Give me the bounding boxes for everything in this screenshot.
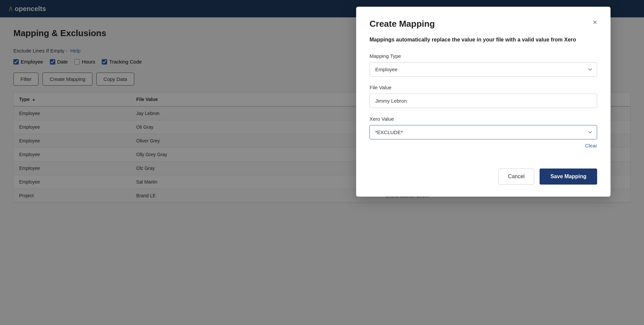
modal-footer: Cancel Save Mapping (370, 162, 597, 185)
file-value-group: File Value (370, 85, 597, 108)
modal-close-button[interactable]: × (593, 19, 597, 26)
mapping-type-select[interactable]: Employee Project Tracking Code (370, 62, 597, 77)
mapping-type-group: Mapping Type Employee Project Tracking C… (370, 53, 597, 77)
file-value-label: File Value (370, 85, 597, 90)
xero-value-group: Xero Value *EXCLUDE* Select... Clear (370, 116, 597, 148)
modal-header: Create Mapping × (370, 19, 597, 29)
xero-value-select[interactable]: *EXCLUDE* Select... (370, 125, 597, 139)
xero-value-label: Xero Value (370, 116, 597, 122)
file-value-input[interactable] (370, 94, 597, 108)
save-mapping-button[interactable]: Save Mapping (540, 169, 597, 185)
modal-title: Create Mapping (370, 19, 435, 29)
clear-link[interactable]: Clear (370, 143, 597, 148)
cancel-button[interactable]: Cancel (498, 169, 535, 185)
modal-subtitle: Mappings automatically replace the value… (370, 36, 597, 44)
create-mapping-modal: Create Mapping × Mappings automatically … (356, 7, 611, 197)
mapping-type-label: Mapping Type (370, 53, 597, 59)
